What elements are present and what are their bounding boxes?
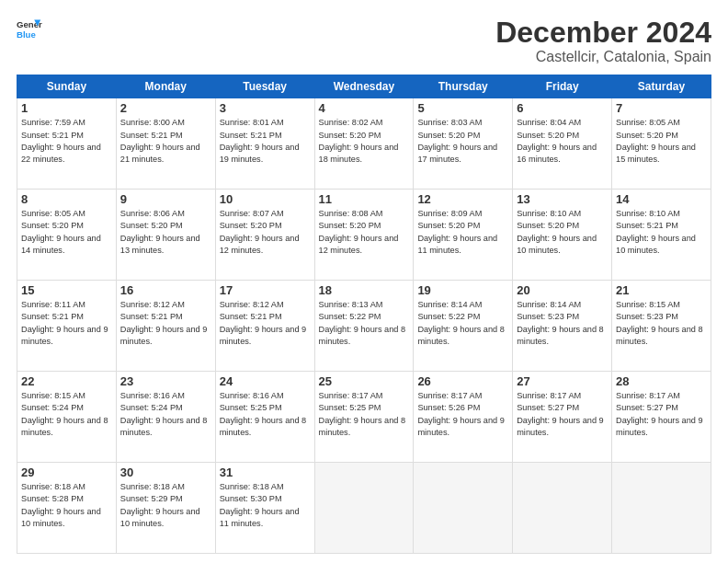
day-number: 5 bbox=[417, 101, 508, 115]
calendar-cell: 22Sunrise: 8:15 AMSunset: 5:24 PMDayligh… bbox=[17, 372, 117, 463]
cell-info: Sunrise: 8:03 AMSunset: 5:20 PMDaylight:… bbox=[417, 117, 508, 166]
cell-info: Sunrise: 8:17 AMSunset: 5:25 PMDaylight:… bbox=[319, 390, 410, 439]
day-number: 23 bbox=[120, 374, 211, 388]
calendar-cell: 26Sunrise: 8:17 AMSunset: 5:26 PMDayligh… bbox=[414, 372, 513, 463]
day-number: 4 bbox=[319, 101, 410, 115]
calendar-cell: 5Sunrise: 8:03 AMSunset: 5:20 PMDaylight… bbox=[414, 98, 513, 190]
day-number: 17 bbox=[220, 283, 311, 297]
cell-info: Sunrise: 8:17 AMSunset: 5:26 PMDaylight:… bbox=[417, 390, 508, 439]
day-header-saturday: Saturday bbox=[612, 75, 711, 98]
cell-info: Sunrise: 8:15 AMSunset: 5:23 PMDaylight:… bbox=[616, 299, 707, 348]
calendar-week-5: 29Sunrise: 8:18 AMSunset: 5:28 PMDayligh… bbox=[17, 463, 711, 554]
calendar-cell bbox=[314, 463, 414, 554]
cell-info: Sunrise: 8:07 AMSunset: 5:20 PMDaylight:… bbox=[220, 208, 311, 257]
cell-info: Sunrise: 8:11 AMSunset: 5:21 PMDaylight:… bbox=[21, 299, 112, 348]
calendar-cell: 24Sunrise: 8:16 AMSunset: 5:25 PMDayligh… bbox=[215, 372, 314, 463]
calendar-cell: 17Sunrise: 8:12 AMSunset: 5:21 PMDayligh… bbox=[215, 281, 314, 372]
day-number: 29 bbox=[21, 465, 112, 479]
cell-info: Sunrise: 8:04 AMSunset: 5:20 PMDaylight:… bbox=[517, 117, 608, 166]
day-number: 15 bbox=[21, 283, 112, 297]
calendar-cell: 31Sunrise: 8:18 AMSunset: 5:30 PMDayligh… bbox=[215, 463, 314, 554]
calendar-cell: 3Sunrise: 8:01 AMSunset: 5:21 PMDaylight… bbox=[215, 98, 314, 190]
day-number: 14 bbox=[616, 192, 707, 206]
cell-info: Sunrise: 8:05 AMSunset: 5:20 PMDaylight:… bbox=[21, 208, 112, 257]
calendar-cell: 25Sunrise: 8:17 AMSunset: 5:25 PMDayligh… bbox=[314, 372, 414, 463]
calendar-cell: 19Sunrise: 8:14 AMSunset: 5:22 PMDayligh… bbox=[414, 281, 513, 372]
cell-info: Sunrise: 8:05 AMSunset: 5:20 PMDaylight:… bbox=[616, 117, 707, 166]
day-number: 3 bbox=[220, 101, 311, 115]
day-number: 30 bbox=[120, 465, 211, 479]
calendar-cell: 4Sunrise: 8:02 AMSunset: 5:20 PMDaylight… bbox=[314, 98, 414, 190]
day-number: 8 bbox=[21, 192, 112, 206]
calendar-cell: 7Sunrise: 8:05 AMSunset: 5:20 PMDaylight… bbox=[612, 98, 711, 190]
calendar-cell: 23Sunrise: 8:16 AMSunset: 5:24 PMDayligh… bbox=[116, 372, 215, 463]
day-number: 24 bbox=[220, 374, 311, 388]
calendar-cell: 10Sunrise: 8:07 AMSunset: 5:20 PMDayligh… bbox=[215, 190, 314, 281]
day-header-monday: Monday bbox=[116, 75, 215, 98]
calendar-cell bbox=[513, 463, 612, 554]
calendar-cell: 18Sunrise: 8:13 AMSunset: 5:22 PMDayligh… bbox=[314, 281, 414, 372]
day-number: 22 bbox=[21, 374, 112, 388]
day-header-friday: Friday bbox=[513, 75, 612, 98]
cell-info: Sunrise: 8:06 AMSunset: 5:20 PMDaylight:… bbox=[120, 208, 211, 257]
day-number: 7 bbox=[616, 101, 707, 115]
title-block: December 2024 Castellcir, Catalonia, Spa… bbox=[495, 17, 711, 65]
page: General Blue December 2024 Castellcir, C… bbox=[0, 0, 728, 563]
calendar-cell: 15Sunrise: 8:11 AMSunset: 5:21 PMDayligh… bbox=[17, 281, 117, 372]
day-number: 13 bbox=[517, 192, 608, 206]
svg-text:Blue: Blue bbox=[17, 29, 36, 40]
cell-info: Sunrise: 8:15 AMSunset: 5:24 PMDaylight:… bbox=[21, 390, 112, 439]
calendar-cell: 2Sunrise: 8:00 AMSunset: 5:21 PMDaylight… bbox=[116, 98, 215, 190]
day-number: 20 bbox=[517, 283, 608, 297]
calendar-cell bbox=[612, 463, 711, 554]
calendar-cell: 21Sunrise: 8:15 AMSunset: 5:23 PMDayligh… bbox=[612, 281, 711, 372]
cell-info: Sunrise: 8:12 AMSunset: 5:21 PMDaylight:… bbox=[220, 299, 311, 348]
calendar-cell: 28Sunrise: 8:17 AMSunset: 5:27 PMDayligh… bbox=[612, 372, 711, 463]
day-number: 6 bbox=[517, 101, 608, 115]
day-number: 31 bbox=[220, 465, 311, 479]
calendar-week-1: 1Sunrise: 7:59 AMSunset: 5:21 PMDaylight… bbox=[17, 98, 711, 190]
calendar-week-2: 8Sunrise: 8:05 AMSunset: 5:20 PMDaylight… bbox=[17, 190, 711, 281]
logo: General Blue bbox=[17, 17, 42, 42]
day-number: 11 bbox=[319, 192, 410, 206]
day-number: 21 bbox=[616, 283, 707, 297]
cell-info: Sunrise: 8:14 AMSunset: 5:22 PMDaylight:… bbox=[417, 299, 508, 348]
cell-info: Sunrise: 8:00 AMSunset: 5:21 PMDaylight:… bbox=[120, 117, 211, 166]
day-number: 19 bbox=[417, 283, 508, 297]
day-number: 1 bbox=[21, 101, 112, 115]
cell-info: Sunrise: 8:02 AMSunset: 5:20 PMDaylight:… bbox=[319, 117, 410, 166]
day-number: 16 bbox=[120, 283, 211, 297]
day-header-wednesday: Wednesday bbox=[314, 75, 414, 98]
day-header-tuesday: Tuesday bbox=[215, 75, 314, 98]
calendar-cell: 1Sunrise: 7:59 AMSunset: 5:21 PMDaylight… bbox=[17, 98, 117, 190]
cell-info: Sunrise: 8:13 AMSunset: 5:22 PMDaylight:… bbox=[319, 299, 410, 348]
day-number: 25 bbox=[319, 374, 410, 388]
day-header-thursday: Thursday bbox=[414, 75, 513, 98]
cell-info: Sunrise: 8:10 AMSunset: 5:20 PMDaylight:… bbox=[517, 208, 608, 257]
calendar-cell: 6Sunrise: 8:04 AMSunset: 5:20 PMDaylight… bbox=[513, 98, 612, 190]
calendar-header-row: SundayMondayTuesdayWednesdayThursdayFrid… bbox=[17, 75, 711, 98]
calendar-cell: 27Sunrise: 8:17 AMSunset: 5:27 PMDayligh… bbox=[513, 372, 612, 463]
day-number: 12 bbox=[417, 192, 508, 206]
cell-info: Sunrise: 8:12 AMSunset: 5:21 PMDaylight:… bbox=[120, 299, 211, 348]
day-number: 18 bbox=[319, 283, 410, 297]
calendar-cell: 20Sunrise: 8:14 AMSunset: 5:23 PMDayligh… bbox=[513, 281, 612, 372]
calendar-cell: 12Sunrise: 8:09 AMSunset: 5:20 PMDayligh… bbox=[414, 190, 513, 281]
location-title: Castellcir, Catalonia, Spain bbox=[495, 49, 711, 65]
calendar-cell: 11Sunrise: 8:08 AMSunset: 5:20 PMDayligh… bbox=[314, 190, 414, 281]
cell-info: Sunrise: 8:10 AMSunset: 5:21 PMDaylight:… bbox=[616, 208, 707, 257]
cell-info: Sunrise: 8:18 AMSunset: 5:28 PMDaylight:… bbox=[21, 481, 112, 530]
calendar-week-3: 15Sunrise: 8:11 AMSunset: 5:21 PMDayligh… bbox=[17, 281, 711, 372]
calendar-cell: 9Sunrise: 8:06 AMSunset: 5:20 PMDaylight… bbox=[116, 190, 215, 281]
calendar-cell: 16Sunrise: 8:12 AMSunset: 5:21 PMDayligh… bbox=[116, 281, 215, 372]
day-number: 10 bbox=[220, 192, 311, 206]
calendar-cell: 14Sunrise: 8:10 AMSunset: 5:21 PMDayligh… bbox=[612, 190, 711, 281]
day-number: 9 bbox=[120, 192, 211, 206]
cell-info: Sunrise: 8:17 AMSunset: 5:27 PMDaylight:… bbox=[517, 390, 608, 439]
cell-info: Sunrise: 8:08 AMSunset: 5:20 PMDaylight:… bbox=[319, 208, 410, 257]
day-number: 27 bbox=[517, 374, 608, 388]
cell-info: Sunrise: 8:17 AMSunset: 5:27 PMDaylight:… bbox=[616, 390, 707, 439]
day-number: 2 bbox=[120, 101, 211, 115]
cell-info: Sunrise: 8:18 AMSunset: 5:30 PMDaylight:… bbox=[220, 481, 311, 530]
cell-info: Sunrise: 8:18 AMSunset: 5:29 PMDaylight:… bbox=[120, 481, 211, 530]
